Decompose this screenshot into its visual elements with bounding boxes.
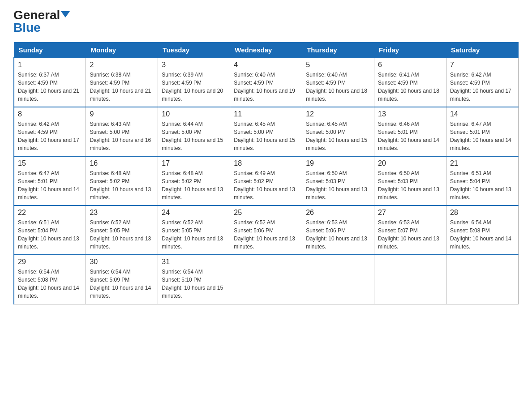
- calendar-cell: 24Sunrise: 6:52 AMSunset: 5:05 PMDayligh…: [158, 206, 230, 255]
- day-number: 10: [162, 110, 226, 118]
- day-info: Sunrise: 6:49 AMSunset: 5:02 PMDaylight:…: [234, 169, 298, 201]
- day-number: 27: [378, 209, 442, 217]
- day-number: 7: [450, 61, 515, 69]
- calendar-cell: 3Sunrise: 6:39 AMSunset: 4:59 PMDaylight…: [158, 58, 230, 107]
- calendar-cell: 20Sunrise: 6:50 AMSunset: 5:03 PMDayligh…: [374, 156, 446, 206]
- calendar-cell: 25Sunrise: 6:52 AMSunset: 5:06 PMDayligh…: [230, 206, 302, 255]
- calendar-cell: 4Sunrise: 6:40 AMSunset: 4:59 PMDaylight…: [230, 58, 302, 107]
- day-info: Sunrise: 6:44 AMSunset: 5:00 PMDaylight:…: [162, 120, 226, 152]
- day-number: 6: [378, 61, 442, 69]
- calendar-cell: 11Sunrise: 6:45 AMSunset: 5:00 PMDayligh…: [230, 107, 302, 156]
- day-number: 25: [234, 209, 298, 217]
- day-number: 18: [234, 159, 298, 167]
- calendar-cell: 7Sunrise: 6:42 AMSunset: 4:59 PMDaylight…: [446, 58, 519, 107]
- day-number: 8: [18, 110, 82, 118]
- calendar-cell: 22Sunrise: 6:51 AMSunset: 5:04 PMDayligh…: [14, 206, 86, 255]
- weekday-header-thursday: Thursday: [302, 43, 374, 58]
- day-info: Sunrise: 6:41 AMSunset: 4:59 PMDaylight:…: [378, 71, 442, 103]
- day-info: Sunrise: 6:52 AMSunset: 5:06 PMDaylight:…: [234, 218, 298, 251]
- weekday-header-saturday: Saturday: [446, 43, 519, 58]
- day-number: 3: [162, 61, 226, 69]
- day-number: 14: [450, 110, 515, 118]
- day-number: 5: [306, 61, 370, 69]
- day-info: Sunrise: 6:37 AMSunset: 4:59 PMDaylight:…: [18, 71, 82, 103]
- logo: General Blue: [13, 9, 70, 34]
- calendar-cell: 17Sunrise: 6:48 AMSunset: 5:02 PMDayligh…: [158, 156, 230, 206]
- day-info: Sunrise: 6:48 AMSunset: 5:02 PMDaylight:…: [162, 169, 226, 201]
- day-number: 29: [18, 258, 82, 266]
- day-info: Sunrise: 6:48 AMSunset: 5:02 PMDaylight:…: [90, 169, 154, 201]
- day-number: 19: [306, 159, 370, 167]
- day-info: Sunrise: 6:42 AMSunset: 4:59 PMDaylight:…: [18, 120, 82, 152]
- day-info: Sunrise: 6:40 AMSunset: 4:59 PMDaylight:…: [306, 71, 370, 103]
- day-info: Sunrise: 6:51 AMSunset: 5:04 PMDaylight:…: [450, 169, 515, 201]
- calendar-cell: 28Sunrise: 6:54 AMSunset: 5:08 PMDayligh…: [446, 206, 519, 255]
- day-number: 4: [234, 61, 298, 69]
- day-number: 30: [90, 258, 154, 266]
- day-info: Sunrise: 6:50 AMSunset: 5:03 PMDaylight:…: [306, 169, 370, 201]
- weekday-header-monday: Monday: [86, 43, 158, 58]
- day-number: 21: [450, 159, 515, 167]
- day-number: 20: [378, 159, 442, 167]
- calendar-week-row: 15Sunrise: 6:47 AMSunset: 5:01 PMDayligh…: [14, 156, 519, 206]
- day-info: Sunrise: 6:38 AMSunset: 4:59 PMDaylight:…: [90, 71, 154, 103]
- day-info: Sunrise: 6:47 AMSunset: 5:01 PMDaylight:…: [450, 120, 515, 152]
- day-number: 13: [378, 110, 442, 118]
- logo-text-blue: Blue: [13, 21, 41, 34]
- day-info: Sunrise: 6:43 AMSunset: 5:00 PMDaylight:…: [90, 120, 154, 152]
- day-number: 16: [90, 159, 154, 167]
- weekday-header-friday: Friday: [374, 43, 446, 58]
- logo-text: General: [13, 9, 70, 21]
- calendar-cell: 10Sunrise: 6:44 AMSunset: 5:00 PMDayligh…: [158, 107, 230, 156]
- day-info: Sunrise: 6:54 AMSunset: 5:10 PMDaylight:…: [162, 268, 226, 300]
- day-info: Sunrise: 6:53 AMSunset: 5:07 PMDaylight:…: [378, 218, 442, 251]
- day-number: 1: [18, 61, 82, 69]
- calendar-cell: 2Sunrise: 6:38 AMSunset: 4:59 PMDaylight…: [86, 58, 158, 107]
- day-number: 31: [162, 258, 226, 266]
- calendar-week-row: 1Sunrise: 6:37 AMSunset: 4:59 PMDaylight…: [14, 58, 519, 107]
- calendar-week-row: 8Sunrise: 6:42 AMSunset: 4:59 PMDaylight…: [14, 107, 519, 156]
- calendar-table: SundayMondayTuesdayWednesdayThursdayFrid…: [13, 42, 519, 304]
- calendar-cell: 13Sunrise: 6:46 AMSunset: 5:01 PMDayligh…: [374, 107, 446, 156]
- calendar-cell: 16Sunrise: 6:48 AMSunset: 5:02 PMDayligh…: [86, 156, 158, 206]
- day-info: Sunrise: 6:47 AMSunset: 5:01 PMDaylight:…: [18, 169, 82, 201]
- calendar-cell: 1Sunrise: 6:37 AMSunset: 4:59 PMDaylight…: [14, 58, 86, 107]
- calendar-cell: 8Sunrise: 6:42 AMSunset: 4:59 PMDaylight…: [14, 107, 86, 156]
- day-info: Sunrise: 6:42 AMSunset: 4:59 PMDaylight:…: [450, 71, 515, 103]
- calendar-cell: [230, 255, 302, 304]
- calendar-cell: [446, 255, 519, 304]
- calendar-cell: [374, 255, 446, 304]
- calendar-cell: 23Sunrise: 6:52 AMSunset: 5:05 PMDayligh…: [86, 206, 158, 255]
- calendar-cell: 31Sunrise: 6:54 AMSunset: 5:10 PMDayligh…: [158, 255, 230, 304]
- calendar-cell: 14Sunrise: 6:47 AMSunset: 5:01 PMDayligh…: [446, 107, 519, 156]
- day-info: Sunrise: 6:51 AMSunset: 5:04 PMDaylight:…: [18, 218, 82, 251]
- day-info: Sunrise: 6:46 AMSunset: 5:01 PMDaylight:…: [378, 120, 442, 152]
- calendar-cell: 27Sunrise: 6:53 AMSunset: 5:07 PMDayligh…: [374, 206, 446, 255]
- calendar-week-row: 29Sunrise: 6:54 AMSunset: 5:08 PMDayligh…: [14, 255, 519, 304]
- day-number: 23: [90, 209, 154, 217]
- day-info: Sunrise: 6:45 AMSunset: 5:00 PMDaylight:…: [306, 120, 370, 152]
- calendar-cell: 30Sunrise: 6:54 AMSunset: 5:09 PMDayligh…: [86, 255, 158, 304]
- calendar-cell: 15Sunrise: 6:47 AMSunset: 5:01 PMDayligh…: [14, 156, 86, 206]
- day-number: 9: [90, 110, 154, 118]
- calendar-cell: 12Sunrise: 6:45 AMSunset: 5:00 PMDayligh…: [302, 107, 374, 156]
- calendar-header-row: SundayMondayTuesdayWednesdayThursdayFrid…: [14, 43, 519, 58]
- page-header: General Blue: [13, 9, 519, 34]
- weekday-header-wednesday: Wednesday: [230, 43, 302, 58]
- day-info: Sunrise: 6:54 AMSunset: 5:09 PMDaylight:…: [90, 268, 154, 300]
- day-info: Sunrise: 6:45 AMSunset: 5:00 PMDaylight:…: [234, 120, 298, 152]
- calendar-week-row: 22Sunrise: 6:51 AMSunset: 5:04 PMDayligh…: [14, 206, 519, 255]
- day-number: 12: [306, 110, 370, 118]
- day-info: Sunrise: 6:39 AMSunset: 4:59 PMDaylight:…: [162, 71, 226, 103]
- day-number: 17: [162, 159, 226, 167]
- calendar-cell: 9Sunrise: 6:43 AMSunset: 5:00 PMDaylight…: [86, 107, 158, 156]
- day-number: 24: [162, 209, 226, 217]
- day-info: Sunrise: 6:53 AMSunset: 5:06 PMDaylight:…: [306, 218, 370, 251]
- weekday-header-sunday: Sunday: [14, 43, 86, 58]
- weekday-header-tuesday: Tuesday: [158, 43, 230, 58]
- logo-arrow-icon: [61, 11, 70, 17]
- day-number: 11: [234, 110, 298, 118]
- day-number: 15: [18, 159, 82, 167]
- calendar-cell: 26Sunrise: 6:53 AMSunset: 5:06 PMDayligh…: [302, 206, 374, 255]
- calendar-cell: 21Sunrise: 6:51 AMSunset: 5:04 PMDayligh…: [446, 156, 519, 206]
